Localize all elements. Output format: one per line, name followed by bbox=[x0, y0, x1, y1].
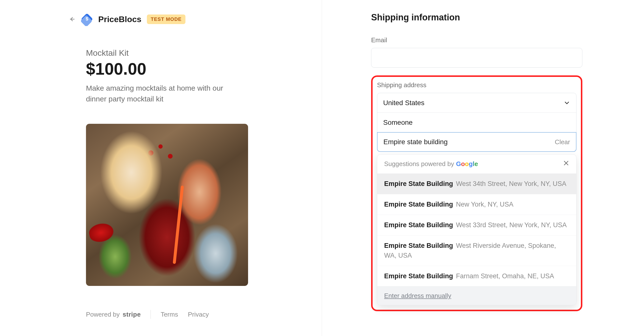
stripe-logo[interactable]: stripe bbox=[122, 311, 141, 318]
country-value: United States bbox=[383, 99, 424, 107]
suggestion-item[interactable]: Empire State BuildingWest 33rd Street, N… bbox=[377, 215, 576, 235]
address-field[interactable] bbox=[384, 138, 552, 146]
terms-link[interactable]: Terms bbox=[161, 311, 178, 318]
svg-text:$: $ bbox=[86, 16, 88, 21]
product-image bbox=[86, 124, 248, 286]
suggestion-main: Empire State Building bbox=[384, 201, 453, 208]
close-icon[interactable] bbox=[563, 160, 569, 168]
checkout-footer: Powered by stripe Terms Privacy bbox=[86, 310, 209, 319]
autocomplete-header: Suggestions powered by Google bbox=[377, 154, 576, 174]
address-stack: United States Clear bbox=[377, 93, 576, 152]
autocomplete-footer: Enter address manually bbox=[377, 286, 576, 305]
clear-button[interactable]: Clear bbox=[555, 138, 570, 146]
autocomplete-dropdown: Suggestions powered by Google Empire Sta… bbox=[377, 154, 576, 305]
enter-manually-link[interactable]: Enter address manually bbox=[384, 292, 451, 300]
country-select[interactable]: United States bbox=[377, 93, 576, 113]
back-arrow-icon[interactable] bbox=[69, 16, 76, 22]
footer-divider bbox=[150, 310, 151, 319]
suggestion-item[interactable]: Empire State BuildingFarnam Street, Omah… bbox=[377, 266, 576, 286]
suggestion-item[interactable]: Empire State BuildingNew York, NY, USA bbox=[377, 194, 576, 215]
name-field[interactable] bbox=[383, 119, 570, 126]
privacy-link[interactable]: Privacy bbox=[188, 311, 209, 318]
shipping-address-highlight: Shipping address United States Clear bbox=[371, 76, 582, 311]
suggestion-secondary: Farnam Street, Omaha, NE, USA bbox=[456, 272, 554, 280]
suggestion-main: Empire State Building bbox=[384, 272, 453, 280]
email-label: Email bbox=[371, 36, 582, 44]
address-row[interactable]: Clear bbox=[377, 132, 576, 152]
product-description: Make amazing mocktails at home with our … bbox=[69, 83, 246, 104]
name-row[interactable] bbox=[377, 113, 576, 132]
suggestion-secondary: West 34th Street, New York, NY, USA bbox=[456, 180, 566, 188]
brand-name: PriceBlocs bbox=[98, 14, 142, 24]
suggestion-secondary: West 33rd Street, New York, NY, USA bbox=[456, 221, 567, 229]
suggestion-main: Empire State Building bbox=[384, 221, 453, 229]
email-field[interactable] bbox=[371, 48, 582, 68]
brand-row: $ PriceBlocs TEST MODE bbox=[69, 12, 270, 26]
suggestion-item[interactable]: Empire State BuildingWest Riverside Aven… bbox=[377, 235, 576, 266]
product-name: Mocktail Kit bbox=[69, 48, 270, 58]
test-mode-badge: TEST MODE bbox=[147, 14, 186, 24]
chevron-down-icon bbox=[564, 100, 570, 106]
suggestion-main: Empire State Building bbox=[384, 242, 453, 249]
autocomplete-powered-label: Suggestions powered by bbox=[384, 160, 454, 168]
suggestion-item[interactable]: Empire State BuildingWest 34th Street, N… bbox=[377, 174, 576, 194]
powered-by-label: Powered by bbox=[86, 311, 120, 318]
product-price: $100.00 bbox=[69, 59, 270, 78]
suggestion-main: Empire State Building bbox=[384, 180, 453, 188]
shipping-heading: Shipping information bbox=[371, 12, 582, 22]
shipping-address-label: Shipping address bbox=[377, 81, 576, 89]
google-logo: Google bbox=[456, 160, 478, 168]
brand-logo-icon: $ bbox=[80, 12, 94, 26]
suggestion-secondary: New York, NY, USA bbox=[456, 201, 514, 208]
